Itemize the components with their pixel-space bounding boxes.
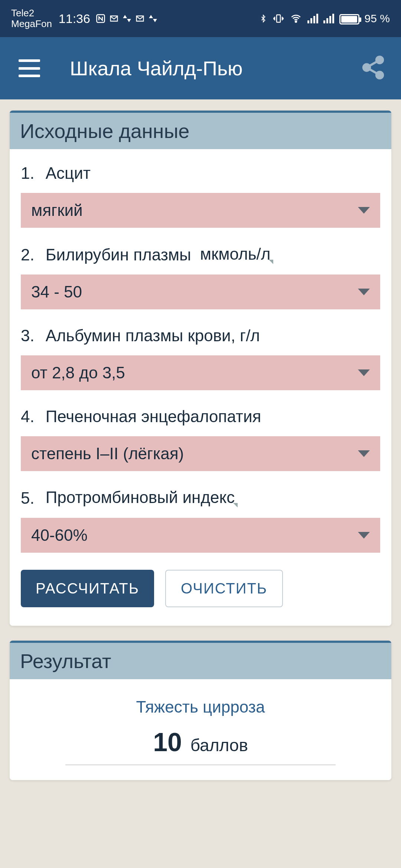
clock: 11:36 bbox=[59, 11, 90, 26]
field-prothrombin: 5. Протромбиновый индекс 40-60% bbox=[21, 488, 380, 553]
field-bilirubin: 2. Билирубин плазмы мкмоль/л 34 - 50 bbox=[21, 245, 380, 309]
dropdown-value: мягкий bbox=[31, 201, 83, 220]
result-body: Тяжесть цирроза 10 баллов bbox=[10, 679, 391, 780]
field-label: 3. Альбумин плазмы крови, г/л bbox=[21, 326, 380, 345]
input-card-body: 1. Асцит мягкий 2. Билирубин плазмы мкмо… bbox=[10, 149, 391, 626]
mail-icon-2 bbox=[135, 13, 145, 24]
result-title: Тяжесть цирроза bbox=[21, 698, 380, 716]
score-unit: баллов bbox=[190, 736, 248, 755]
field-text: Альбумин плазмы крови, г/л bbox=[46, 326, 260, 345]
input-card: Исходные данные 1. Асцит мягкий 2. Билир… bbox=[10, 111, 391, 626]
field-label: 1. Асцит bbox=[21, 164, 380, 183]
chevron-down-icon bbox=[358, 289, 370, 295]
albumin-dropdown[interactable]: от 2,8 до 3,5 bbox=[21, 355, 380, 390]
signal-icon-1 bbox=[307, 14, 318, 23]
button-row: РАССЧИТАТЬ ОЧИСТИТЬ bbox=[21, 570, 380, 607]
chevron-down-icon bbox=[358, 207, 370, 214]
score-value: 10 bbox=[153, 728, 182, 757]
up-down-icon-2 bbox=[148, 13, 158, 24]
field-number: 4. bbox=[21, 407, 35, 426]
chevron-down-icon bbox=[358, 532, 370, 539]
status-right: 95 % bbox=[259, 12, 390, 25]
unit-value: мкмоль/л bbox=[200, 245, 271, 263]
svg-line-7 bbox=[369, 69, 377, 73]
field-number: 3. bbox=[21, 326, 35, 345]
field-text: Протромбиновый индекс bbox=[46, 488, 235, 507]
unit-spinner[interactable]: мкмоль/л bbox=[200, 245, 271, 264]
up-down-icon bbox=[122, 13, 132, 24]
status-bar: Tele2 MegaFon 11:36 bbox=[0, 0, 401, 37]
prothrombin-dropdown[interactable]: 40-60% bbox=[21, 518, 380, 553]
dropdown-value: 34 - 50 bbox=[31, 283, 82, 301]
label-spinner[interactable]: Протромбиновый индекс bbox=[46, 488, 235, 507]
result-score: 10 баллов bbox=[65, 727, 336, 765]
chevron-down-icon bbox=[358, 369, 370, 376]
result-card-header: Результат bbox=[10, 641, 391, 679]
app-bar: Шкала Чайлд-Пью bbox=[0, 37, 401, 99]
svg-point-5 bbox=[376, 72, 383, 78]
menu-icon[interactable] bbox=[19, 59, 40, 77]
field-label: 5. Протромбиновый индекс bbox=[21, 488, 380, 507]
share-icon[interactable] bbox=[360, 55, 386, 82]
field-text: Печеночная энцефалопатия bbox=[46, 407, 261, 426]
encephalopathy-dropdown[interactable]: степень I–II (лёгкая) bbox=[21, 436, 380, 471]
dropdown-value: степень I–II (лёгкая) bbox=[31, 444, 184, 463]
svg-rect-1 bbox=[277, 15, 280, 22]
field-encephalopathy: 4. Печеночная энцефалопатия степень I–II… bbox=[21, 407, 380, 471]
vibrate-icon bbox=[273, 13, 284, 24]
carrier-1: Tele2 bbox=[11, 8, 52, 19]
svg-point-2 bbox=[295, 21, 297, 22]
field-text: Билирубин плазмы bbox=[46, 246, 191, 264]
bluetooth-icon bbox=[259, 13, 267, 24]
field-number: 1. bbox=[21, 164, 35, 183]
field-ascites: 1. Асцит мягкий bbox=[21, 164, 380, 228]
svg-line-6 bbox=[369, 62, 377, 66]
mail-icon bbox=[109, 13, 119, 24]
svg-point-4 bbox=[363, 64, 370, 71]
signal-icon-2 bbox=[323, 14, 334, 23]
field-label: 2. Билирубин плазмы мкмоль/л bbox=[21, 245, 380, 264]
field-albumin: 3. Альбумин плазмы крови, г/л от 2,8 до … bbox=[21, 326, 380, 390]
wifi-icon bbox=[290, 13, 302, 24]
dropdown-value: 40-60% bbox=[31, 526, 88, 545]
chevron-down-icon bbox=[358, 450, 370, 457]
content: Исходные данные 1. Асцит мягкий 2. Билир… bbox=[0, 99, 401, 780]
result-card: Результат Тяжесть цирроза 10 баллов bbox=[10, 641, 391, 780]
bilirubin-dropdown[interactable]: 34 - 50 bbox=[21, 274, 380, 309]
field-number: 2. bbox=[21, 246, 35, 264]
input-card-header: Исходные данные bbox=[10, 111, 391, 149]
status-left: Tele2 MegaFon 11:36 bbox=[11, 8, 158, 29]
battery-percent: 95 % bbox=[365, 12, 390, 25]
nfc-icon bbox=[95, 13, 106, 24]
carrier-2: MegaFon bbox=[11, 19, 52, 29]
calculate-button[interactable]: РАССЧИТАТЬ bbox=[21, 570, 154, 607]
field-text: Асцит bbox=[46, 164, 91, 183]
status-notif-icons bbox=[95, 13, 158, 24]
field-number: 5. bbox=[21, 489, 35, 507]
page-title: Шкала Чайлд-Пью bbox=[70, 57, 360, 80]
ascites-dropdown[interactable]: мягкий bbox=[21, 193, 380, 228]
battery-icon bbox=[339, 12, 359, 25]
field-label: 4. Печеночная энцефалопатия bbox=[21, 407, 380, 426]
svg-point-3 bbox=[376, 57, 383, 63]
clear-button[interactable]: ОЧИСТИТЬ bbox=[165, 570, 283, 607]
carrier-labels: Tele2 MegaFon bbox=[11, 8, 52, 29]
dropdown-value: от 2,8 до 3,5 bbox=[31, 364, 125, 382]
